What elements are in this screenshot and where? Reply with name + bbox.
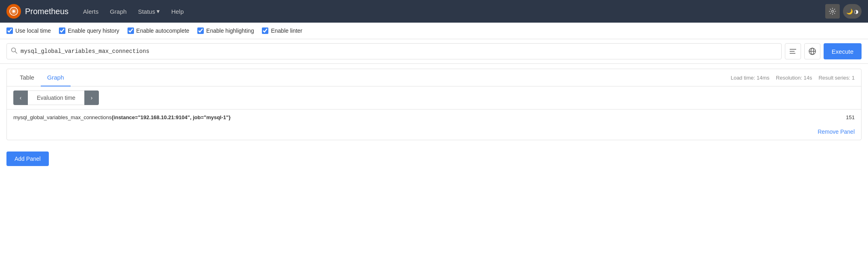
globe-icon	[809, 48, 816, 55]
remove-panel-button[interactable]: Remove Panel	[818, 128, 855, 135]
result-value: 151	[846, 114, 855, 120]
moon-icon: 🌙	[846, 8, 853, 15]
tab-graph[interactable]: Graph	[41, 69, 71, 86]
format-button[interactable]	[785, 43, 801, 59]
tabs-row: Table Graph Load time: 14ms Resolution: …	[7, 69, 861, 86]
gear-icon	[829, 8, 836, 15]
svg-line-5	[15, 52, 17, 54]
brand-icon	[6, 4, 21, 19]
nav-graph[interactable]: Graph	[105, 5, 132, 18]
settings-button[interactable]	[825, 4, 840, 19]
svg-point-3	[832, 11, 834, 13]
nav-alerts[interactable]: Alerts	[78, 5, 103, 18]
chevron-down-icon: ▾	[157, 8, 160, 15]
tabs-left: Table Graph	[13, 69, 71, 86]
eval-next-button[interactable]: ›	[84, 90, 99, 105]
checkbox-enable-highlighting-input[interactable]	[197, 27, 204, 34]
query-input-wrapper	[6, 43, 782, 59]
eval-prev-button[interactable]: ‹	[13, 90, 28, 105]
navbar: Prometheus Alerts Graph Status ▾ Help 🌙 …	[0, 0, 868, 23]
result-series: Result series: 1	[818, 75, 855, 81]
checkbox-enable-highlighting[interactable]: Enable highlighting	[197, 27, 254, 34]
checkbox-enable-query-history[interactable]: Enable query history	[59, 27, 119, 34]
checkbox-use-local-time[interactable]: Use local time	[6, 27, 51, 34]
tab-table[interactable]: Table	[13, 69, 41, 86]
half-circle-icon: ◑	[854, 8, 858, 15]
metrics-explorer-button[interactable]	[804, 43, 820, 59]
result-row: mysql_global_variables_max_connections{i…	[7, 109, 861, 125]
checkbox-use-local-time-input[interactable]	[6, 27, 13, 34]
checkbox-enable-autocomplete[interactable]: Enable autocomplete	[128, 27, 190, 34]
result-metric: mysql_global_variables_max_connections{i…	[13, 114, 230, 120]
query-row: Execute	[0, 39, 868, 64]
nav-help[interactable]: Help	[166, 5, 188, 18]
main-content: Use local time Enable query history Enab…	[0, 23, 868, 263]
execute-button[interactable]: Execute	[824, 43, 862, 59]
add-panel-button[interactable]: Add Panel	[6, 151, 49, 166]
checkbox-enable-query-history-input[interactable]	[59, 27, 65, 34]
list-icon	[790, 48, 796, 54]
navbar-nav: Alerts Graph Status ▾ Help	[78, 4, 825, 18]
brand-title: Prometheus	[25, 7, 69, 16]
eval-time-label: Evaluation time	[28, 90, 84, 105]
checkbox-enable-linter[interactable]: Enable linter	[262, 27, 302, 34]
navbar-right: 🌙 ◑	[825, 4, 862, 19]
search-icon	[11, 47, 17, 55]
svg-point-2	[13, 10, 15, 13]
metric-labels: {instance="192.168.10.21:9104", job="mys…	[112, 114, 231, 120]
checkbox-enable-linter-input[interactable]	[262, 27, 268, 34]
resolution: Resolution: 14s	[776, 75, 812, 81]
toolbar-row: Use local time Enable query history Enab…	[0, 23, 868, 39]
nav-status[interactable]: Status ▾	[133, 4, 165, 18]
load-time: Load time: 14ms	[731, 75, 770, 81]
eval-row: ‹ Evaluation time ›	[7, 86, 861, 109]
theme-toggle-button[interactable]: 🌙 ◑	[843, 4, 862, 19]
panel: Table Graph Load time: 14ms Resolution: …	[6, 69, 862, 140]
add-panel-area: Add Panel	[0, 145, 868, 173]
tab-info: Load time: 14ms Resolution: 14s Result s…	[731, 70, 855, 86]
checkbox-enable-autocomplete-input[interactable]	[128, 27, 134, 34]
brand: Prometheus	[6, 4, 69, 19]
query-input[interactable]	[21, 48, 777, 55]
metric-prefix: mysql_global_variables_max_connections	[13, 114, 112, 120]
panel-actions: Remove Panel	[7, 125, 861, 140]
